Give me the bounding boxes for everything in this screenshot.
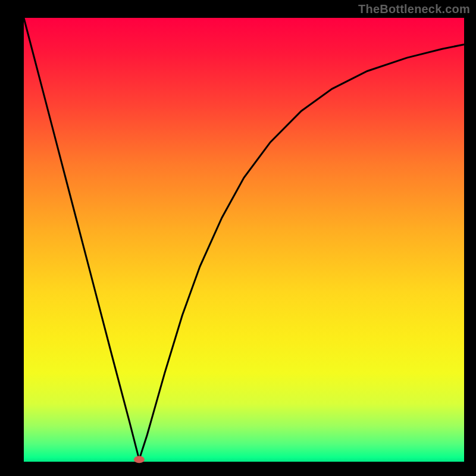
plot-area: [24, 18, 464, 462]
chart-frame: TheBottleneck.com: [0, 0, 476, 476]
bottleneck-curve: [24, 18, 464, 459]
optimal-marker: [134, 456, 145, 463]
chart-svg: [24, 18, 464, 462]
attribution-text: TheBottleneck.com: [358, 2, 470, 16]
